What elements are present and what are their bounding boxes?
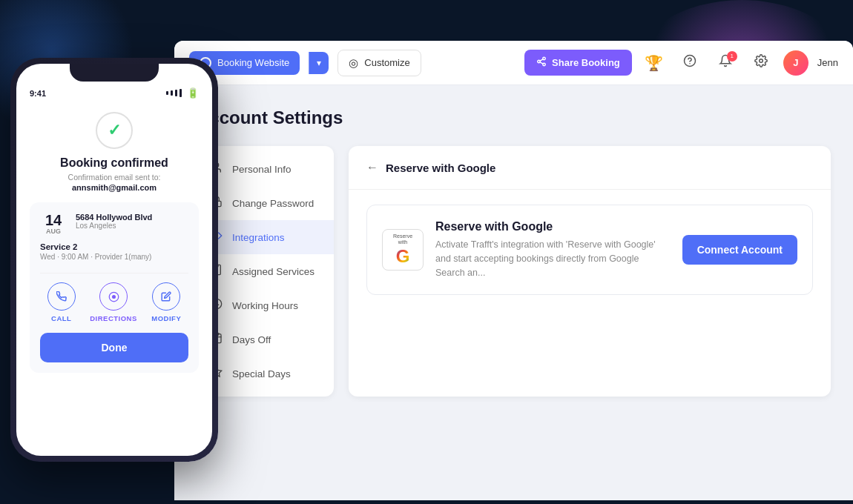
help-button[interactable] (676, 50, 703, 76)
username: Jenn (817, 57, 838, 68)
phone-time: 9:41 (30, 89, 46, 98)
google-g-logo: G (396, 246, 410, 267)
service-name: Service 2 (40, 242, 188, 251)
help-icon (683, 54, 696, 71)
directions-action[interactable]: DIRECTIONS (90, 282, 137, 322)
notification-badge: 1 (727, 51, 737, 62)
directions-label: DIRECTIONS (90, 314, 137, 322)
customize-label: Customize (364, 57, 409, 68)
avatar-initials: J (793, 57, 798, 68)
gear-icon (754, 54, 768, 71)
change-password-label: Change Password (232, 198, 314, 209)
settings-button[interactable] (748, 50, 774, 76)
avatar[interactable]: J (783, 50, 808, 76)
call-action[interactable]: CALL (47, 282, 76, 322)
signal-icons: 🔋 (166, 87, 199, 99)
svg-line-5 (540, 62, 543, 64)
days-off-label: Days Off (232, 334, 271, 345)
back-header-label: Reserve with Google (386, 162, 495, 174)
confirmation-email: annsmith@gmail.com (30, 183, 199, 192)
phone-status-bar: 9:41 🔋 (16, 82, 212, 99)
check-circle: ✓ (96, 112, 133, 149)
svg-point-9 (760, 59, 763, 63)
signal-bar-3 (175, 90, 177, 96)
booking-location: 5684 Hollywod Blvd Los Angeles (76, 213, 188, 230)
modify-label: MODIFY (151, 314, 181, 322)
svg-point-1 (112, 295, 115, 298)
share-icon (536, 56, 547, 69)
date-number: 14 (40, 213, 67, 228)
checkmark-icon: ✓ (108, 121, 121, 140)
page-area: Account Settings Personal Info Chan (174, 85, 853, 500)
phone-mockup: 9:41 🔋 ✓ Booking confirmed Confirmation … (10, 58, 218, 462)
phone-notch (70, 64, 159, 82)
phone-content: ✓ Booking confirmed Confirmation email s… (16, 99, 212, 385)
booking-date-row: 14 AUG 5684 Hollywod Blvd Los Angeles (40, 213, 188, 235)
signal-bar-2 (171, 90, 173, 96)
integration-name: Reserve with Google (435, 220, 671, 233)
rwg-small-text: Reservewith (393, 233, 412, 246)
app-container: Booking Website ▾ ◎ Customize Share Book… (174, 41, 853, 500)
call-label: CALL (51, 314, 71, 322)
booking-website-dropdown[interactable]: ▾ (309, 52, 329, 74)
reserve-with-google-logo: Reservewith G (382, 229, 424, 271)
done-button[interactable]: Done (40, 333, 188, 362)
signal-bar-1 (166, 91, 168, 95)
integration-description: Activate Trafft's integration with 'Rese… (435, 238, 671, 279)
service-details: Wed · 9:00 AM · Provider 1(many) (40, 253, 188, 261)
call-icon[interactable] (47, 282, 76, 311)
personal-info-label: Personal Info (232, 164, 292, 175)
integration-card: Reservewith G Reserve with Google Activa… (366, 205, 813, 295)
working-hours-label: Working Hours (232, 300, 298, 311)
share-booking-label: Share Booking (552, 57, 620, 68)
phone-actions: CALL DIRECTIONS (40, 273, 188, 322)
connect-account-button[interactable]: Connect Account (682, 235, 797, 265)
back-arrow-icon: ← (366, 161, 378, 174)
page-title: Account Settings (197, 107, 831, 128)
modify-icon[interactable] (152, 282, 180, 311)
modify-action[interactable]: MODIFY (151, 282, 181, 322)
settings-panel: Personal Info Change Password Integratio… (197, 146, 831, 397)
date-month: AUG (40, 228, 67, 235)
trophy-icon: 🏆 (645, 54, 663, 72)
signal-bar-4 (180, 89, 182, 97)
assigned-services-label: Assigned Services (232, 266, 314, 277)
battery-icon: 🔋 (187, 87, 199, 99)
confirmation-email-label: Confirmation email sent to: (30, 173, 199, 182)
share-booking-button[interactable]: Share Booking (524, 50, 632, 76)
customize-button[interactable]: ◎ Customize (337, 50, 421, 76)
integration-info: Reserve with Google Activate Trafft's in… (435, 220, 671, 279)
directions-icon[interactable] (99, 282, 128, 311)
content-panel: ← Reserve with Google Reservewith G Rese… (349, 146, 831, 397)
booking-details-card: 14 AUG 5684 Hollywod Blvd Los Angeles Se… (30, 202, 199, 373)
location-address: 5684 Hollywod Blvd (76, 213, 188, 222)
integrations-label: Integrations (232, 232, 285, 243)
customize-icon: ◎ (349, 56, 358, 70)
back-header[interactable]: ← Reserve with Google (349, 146, 831, 190)
svg-line-6 (540, 59, 543, 61)
booking-confirmed-text: Booking confirmed (30, 156, 199, 170)
location-city: Los Angeles (76, 222, 188, 230)
special-days-label: Special Days (232, 368, 291, 379)
topbar: Booking Website ▾ ◎ Customize Share Book… (174, 41, 853, 85)
trophy-button[interactable]: 🏆 (641, 50, 668, 76)
notification-button[interactable]: 1 (712, 50, 739, 76)
booking-website-label: Booking Website (217, 57, 289, 68)
main-content: Account Settings Personal Info Chan (174, 85, 853, 500)
date-block: 14 AUG (40, 213, 67, 235)
